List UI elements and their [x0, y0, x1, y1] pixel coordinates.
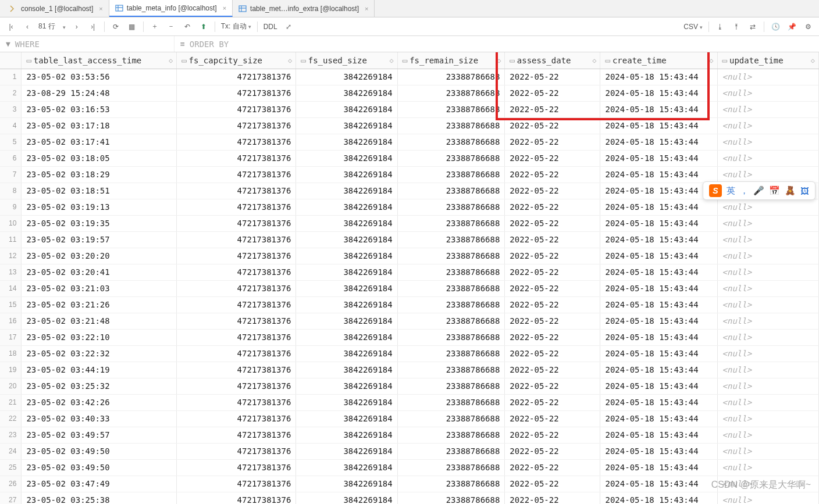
commit-button[interactable]: ⬆ [197, 20, 210, 33]
cell[interactable]: 3842269184 [296, 85, 397, 101]
cell[interactable]: 23-05-02 03:22:32 [22, 345, 177, 362]
cell[interactable]: 2024-05-18 15:43:44 [600, 345, 717, 362]
cell[interactable]: 23-05-02 03:40:33 [22, 410, 177, 427]
cell[interactable]: 2022-05-22 [505, 69, 600, 85]
cell[interactable]: 3842269184 [296, 117, 397, 134]
column-header-fs_capcity_size[interactable]: ▭fs_capcity_size◇ [177, 52, 296, 69]
cell[interactable]: 3842269184 [296, 248, 397, 264]
cell[interactable]: 47217381376 [177, 296, 296, 313]
cell[interactable]: 23388786688 [397, 362, 505, 378]
first-page-button[interactable]: |‹ [5, 20, 17, 33]
cell[interactable]: 3842269184 [296, 410, 397, 427]
cell[interactable]: 3842269184 [296, 443, 397, 459]
cell[interactable]: 2024-05-18 15:43:44 [600, 476, 717, 492]
add-row-button[interactable]: ＋ [148, 20, 161, 33]
refresh-button[interactable]: ⟳ [109, 20, 122, 33]
close-icon[interactable]: × [99, 5, 102, 12]
table-row[interactable]: 2123-05-02 03:42:26472173813763842269184… [0, 394, 819, 410]
cell[interactable]: 47217381376 [177, 313, 296, 329]
table-row[interactable]: 2323-05-02 03:49:57472173813763842269184… [0, 427, 819, 443]
cell[interactable]: 3842269184 [296, 296, 397, 313]
table-row[interactable]: 623-05-02 03:18:054721738137638422691842… [0, 150, 819, 166]
cell[interactable]: <null> [717, 345, 818, 362]
cell[interactable]: 23388786688 [397, 427, 505, 443]
cell[interactable]: 3842269184 [296, 183, 397, 199]
cell[interactable]: 47217381376 [177, 476, 296, 492]
cell[interactable]: 2022-05-22 [505, 166, 600, 183]
pin-button[interactable]: 📌 [785, 20, 798, 33]
ime-toolbar[interactable]: S 英 ， 🎤 📅 🧸 🖼 [703, 181, 816, 200]
cell[interactable]: 3842269184 [296, 313, 397, 329]
cell[interactable]: <null> [717, 410, 818, 427]
cell[interactable]: 47217381376 [177, 85, 296, 101]
cell[interactable]: 23388786688 [397, 101, 505, 117]
cell[interactable]: 23388786688 [397, 459, 505, 476]
cell[interactable]: 2024-05-18 15:43:44 [600, 410, 717, 427]
cell[interactable]: 3842269184 [296, 427, 397, 443]
table-row[interactable]: 323-05-02 03:16:534721738137638422691842… [0, 101, 819, 117]
cell[interactable]: 23-05-02 03:20:41 [22, 264, 177, 280]
expand-button[interactable]: ⤢ [282, 20, 295, 33]
table-row[interactable]: 1723-05-02 03:22:10472173813763842269184… [0, 329, 819, 345]
cell[interactable]: 47217381376 [177, 345, 296, 362]
ime-punct[interactable]: ， [740, 185, 749, 196]
cell[interactable]: 23388786688 [397, 394, 505, 410]
orderby-filter[interactable]: ≡ ORDER BY [175, 36, 234, 52]
cell[interactable]: 47217381376 [177, 394, 296, 410]
cell[interactable]: 2024-05-18 15:43:44 [600, 394, 717, 410]
cell[interactable]: 3842269184 [296, 345, 397, 362]
close-icon[interactable]: × [223, 5, 226, 12]
cell[interactable]: 23388786688 [397, 166, 505, 183]
cell[interactable]: 2024-05-18 15:43:44 [600, 215, 717, 231]
ddl-button[interactable]: DDL [262, 23, 279, 31]
cell[interactable]: <null> [717, 476, 818, 492]
cell[interactable]: <null> [717, 85, 818, 101]
cell[interactable]: 2022-05-22 [505, 410, 600, 427]
cell[interactable]: 23-05-02 03:18:05 [22, 150, 177, 166]
table-row[interactable]: 723-05-02 03:18:294721738137638422691842… [0, 166, 819, 183]
cell[interactable]: 2024-05-18 15:43:44 [600, 69, 717, 85]
cell[interactable]: 23-05-02 03:19:57 [22, 231, 177, 248]
cell[interactable]: <null> [717, 199, 818, 215]
cell[interactable]: 23-05-02 03:19:35 [22, 215, 177, 231]
grid-view-button[interactable]: ▦ [126, 20, 138, 33]
cell[interactable]: 2022-05-22 [505, 248, 600, 264]
cell[interactable]: 23388786688 [397, 117, 505, 134]
cell[interactable]: 23388786688 [397, 134, 505, 150]
cell[interactable]: 23388786688 [397, 280, 505, 296]
cell[interactable]: 2024-05-18 15:43:44 [600, 362, 717, 378]
cell[interactable]: <null> [717, 492, 818, 504]
cell[interactable]: 47217381376 [177, 443, 296, 459]
cell[interactable]: 47217381376 [177, 117, 296, 134]
cell[interactable]: 3842269184 [296, 231, 397, 248]
cell[interactable]: 3842269184 [296, 280, 397, 296]
cell[interactable]: 47217381376 [177, 362, 296, 378]
cell[interactable]: 23388786688 [397, 476, 505, 492]
cell[interactable]: 23-05-02 03:49:50 [22, 443, 177, 459]
cell[interactable]: 2024-05-18 15:43:44 [600, 85, 717, 101]
cell[interactable]: 2022-05-22 [505, 280, 600, 296]
cell[interactable]: 23-05-02 03:53:56 [22, 69, 177, 85]
cell[interactable]: 23388786688 [397, 85, 505, 101]
cell[interactable]: 2022-05-22 [505, 345, 600, 362]
cell[interactable]: <null> [717, 248, 818, 264]
cell[interactable]: 23388786688 [397, 492, 505, 504]
table-row[interactable]: 523-05-02 03:17:414721738137638422691842… [0, 134, 819, 150]
cell[interactable]: <null> [717, 443, 818, 459]
cell[interactable]: 3842269184 [296, 150, 397, 166]
cell[interactable]: 2022-05-22 [505, 313, 600, 329]
cell[interactable]: 23-05-02 03:18:51 [22, 183, 177, 199]
cell[interactable]: <null> [717, 166, 818, 183]
cell[interactable]: 23388786688 [397, 150, 505, 166]
cell[interactable]: 23-05-02 03:25:38 [22, 492, 177, 504]
cell[interactable]: 47217381376 [177, 329, 296, 345]
cell[interactable]: <null> [717, 69, 818, 85]
cell[interactable]: 2022-05-22 [505, 492, 600, 504]
cell[interactable]: 23388786688 [397, 345, 505, 362]
cell[interactable]: 23388786688 [397, 313, 505, 329]
cell[interactable]: 23-05-02 03:16:53 [22, 101, 177, 117]
cell[interactable]: 47217381376 [177, 199, 296, 215]
row-count-dropdown[interactable] [60, 23, 67, 31]
cell[interactable]: 23-05-02 03:42:26 [22, 394, 177, 410]
cell[interactable]: <null> [717, 280, 818, 296]
